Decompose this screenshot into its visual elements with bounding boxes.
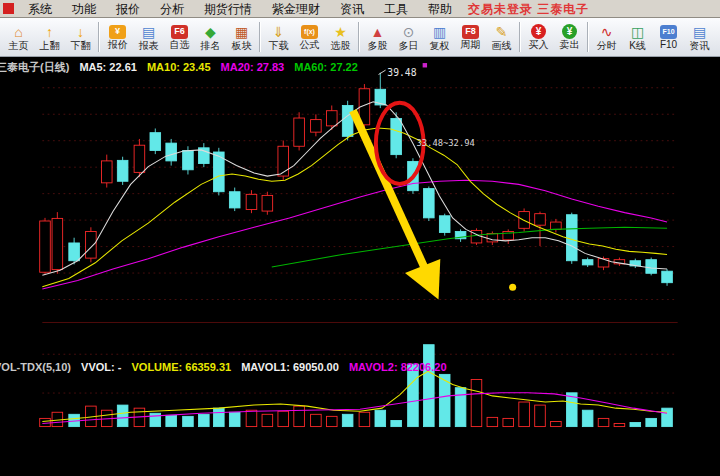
volume-bar (214, 408, 225, 426)
yen-box-icon: ¥ (109, 25, 126, 39)
candle-body (551, 222, 562, 229)
toolbar-button-multi-day[interactable]: ⊙多日 (393, 24, 424, 51)
menu-item-quotes[interactable]: 报价 (106, 1, 150, 17)
volume-bar (519, 402, 530, 427)
toolbar-button-ranking[interactable]: ◆排名 (195, 24, 226, 51)
toolbar-button-label: 板块 (232, 41, 252, 51)
ma5-readout: MA5: 22.61 (79, 61, 136, 73)
line-chart-icon: ∿ (601, 24, 613, 40)
download-icon: ⇓ (273, 24, 285, 40)
toolbar-button-formula[interactable]: f(x)公式 (294, 25, 325, 50)
arrow-down-icon: ↓ (77, 24, 84, 40)
menu-item-news[interactable]: 资讯 (330, 1, 374, 17)
volume-readout: VOLUME: 66359.31 (131, 361, 231, 373)
volume-bar (183, 416, 194, 426)
peak-pointer-line (379, 70, 386, 74)
toolbar-button-label: 周期 (461, 40, 481, 50)
buy-coin-icon: ¥ (531, 24, 546, 39)
grid-icon: ▦ (235, 24, 248, 40)
toolbar-button-buy[interactable]: ¥买入 (523, 24, 554, 50)
toolbar-button-download[interactable]: ⇓下载 (263, 24, 294, 51)
menu-item-tools[interactable]: 工具 (374, 1, 418, 17)
toolbar-button-page-down[interactable]: ↓下翻 (65, 24, 96, 51)
app-logo-icon (3, 3, 14, 14)
candle-body (86, 231, 97, 258)
candle-body (582, 260, 593, 265)
volume-bar (262, 414, 273, 426)
menu-item-function[interactable]: 功能 (62, 1, 106, 17)
chart-canvas[interactable]: 39.4833.48~32.94 (0, 56, 720, 476)
toolbar-button-quote[interactable]: ¥报价 (102, 25, 133, 50)
toolbar: ⌂主页↑上翻↓下翻¥报价▤报表F6自选◆排名▦板块⇓下载f(x)公式★选股▲多股… (0, 18, 720, 57)
candle-body (150, 133, 161, 151)
f8-box-icon: F8 (462, 25, 479, 39)
candle-body (294, 118, 305, 146)
toolbar-button-draw-line[interactable]: ✎画线 (486, 24, 517, 51)
volume-bar (246, 410, 257, 426)
volume-bar (646, 418, 657, 426)
toolbar-button-label: 复权 (430, 41, 450, 51)
candle-body (229, 192, 240, 208)
candle-body (566, 215, 577, 261)
volume-bar (614, 424, 625, 427)
candle-body (424, 189, 435, 218)
chart-area[interactable]: 39.4833.48~32.94 三泰电子(日线) MA5: 22.61 MA1… (0, 56, 720, 476)
toolbar-button-intraday[interactable]: ∿分时 (591, 24, 622, 51)
menu-item-help[interactable]: 帮助 (418, 1, 462, 17)
f6-box-icon: F6 (171, 25, 188, 39)
toolbar-button-page-up[interactable]: ↑上翻 (34, 24, 65, 51)
toolbar-button-f10[interactable]: F10F10 (653, 25, 684, 50)
toolbar-button-kline[interactable]: ◫K线 (622, 24, 653, 51)
toolbar-button-label: 报表 (139, 41, 159, 51)
clock-icon: ⊙ (403, 24, 415, 40)
candle-body (246, 194, 257, 209)
volume-bar (326, 416, 337, 426)
menu-item-analysis[interactable]: 分析 (150, 1, 194, 17)
vvol-readout: VVOL: - (81, 361, 121, 373)
toolbar-button-label: 多股 (368, 41, 388, 51)
volume-bar (342, 414, 353, 426)
volume-bar (662, 408, 673, 426)
toolbar-button-info[interactable]: ▤资讯 (684, 24, 715, 51)
toolbar-button-label: 下载 (269, 41, 289, 51)
login-status-text: 交易未登录 三泰电子 (468, 1, 589, 18)
toolbar-separator (259, 22, 261, 52)
toolbar-button-label: 画线 (492, 41, 512, 51)
toolbar-button-stock-picker[interactable]: ★选股 (325, 24, 356, 51)
volume-bar (359, 412, 370, 426)
star-icon: ★ (334, 24, 347, 40)
volume-bar (471, 380, 482, 427)
candle-body (646, 260, 657, 274)
toolbar-button-home[interactable]: ⌂主页 (3, 24, 34, 51)
annotation-magenta-dot (423, 63, 427, 67)
candle-body (342, 105, 353, 136)
diamond-icon: ◆ (205, 24, 216, 40)
toolbar-button-adjust-price[interactable]: ▥复权 (424, 24, 455, 51)
toolbar-button-label: 多日 (399, 41, 419, 51)
candle-body (40, 221, 51, 272)
toolbar-button-favorites[interactable]: F6自选 (164, 25, 195, 50)
toolbar-separator (587, 22, 589, 52)
menu-item-zijin-finance[interactable]: 紫金理财 (262, 1, 330, 17)
measure-range-label: 33.48~32.94 (416, 138, 474, 148)
toolbar-button-sell[interactable]: ¥卖出 (554, 24, 585, 50)
toolbar-button-report[interactable]: ▤报表 (133, 24, 164, 51)
toolbar-button-sectors[interactable]: ▦板块 (226, 24, 257, 51)
menu-item-system[interactable]: 系统 (18, 1, 62, 17)
toolbar-button-label: 分时 (597, 41, 617, 51)
volume-bar (375, 410, 386, 426)
menu-item-futures-quotes[interactable]: 期货行情 (194, 1, 262, 17)
toolbar-button-label: 买入 (529, 40, 549, 50)
volume-bar (391, 420, 402, 426)
toolbar-button-multi-stock[interactable]: ▲多股 (362, 24, 393, 51)
candle-body (311, 120, 322, 133)
ma10-readout: MA10: 23.45 (147, 61, 211, 73)
candle-body (391, 119, 402, 155)
main-indicator-bar: 三泰电子(日线) MA5: 22.61 MA10: 23.45 MA20: 27… (0, 60, 365, 75)
candle-body (262, 195, 273, 211)
toolbar-button-period[interactable]: F8周期 (455, 25, 486, 50)
volume-bar (535, 405, 546, 426)
volume-bar (311, 414, 322, 426)
app-window: 系统功能报价分析期货行情紫金理财资讯工具帮助 交易未登录 三泰电子 ⌂主页↑上翻… (0, 0, 720, 476)
vol-indicator-name: VOL-TDX(5,10) (0, 361, 71, 373)
